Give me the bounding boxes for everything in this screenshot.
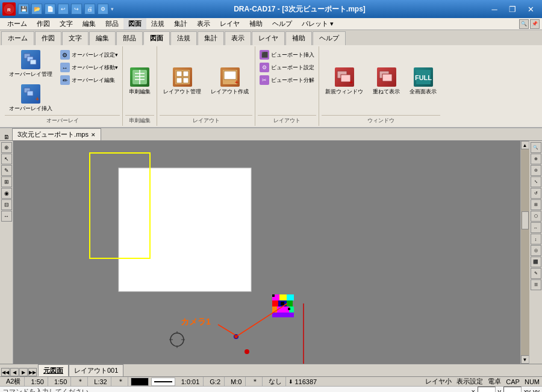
layout-manage-button[interactable]: レイアウト管理 xyxy=(160,65,205,98)
viewport-settings-icon: ⚙ xyxy=(260,63,269,72)
right-tool-1[interactable]: 🔍 xyxy=(531,142,541,153)
ribbon-tab-draw[interactable]: 作図 xyxy=(35,31,61,45)
qat-print[interactable]: 🖨 xyxy=(84,4,95,14)
overlay-settings-icon: ⚙ xyxy=(60,50,70,60)
cmd-input[interactable] xyxy=(91,388,472,392)
status-star: ＊ xyxy=(73,377,88,386)
overlay-manage-button[interactable]: オーバーレイ管理 xyxy=(5,48,56,81)
menu-pin[interactable]: 📌 xyxy=(530,19,540,29)
left-tool-7[interactable]: ↔ xyxy=(1,211,12,222)
sheet-nav-first[interactable]: ◀◀ xyxy=(1,368,10,376)
svg-rect-6 xyxy=(27,91,33,96)
minimize-button[interactable]: ─ xyxy=(485,0,503,18)
left-tool-5[interactable]: ◉ xyxy=(1,188,12,199)
left-tool-4[interactable]: ⊞ xyxy=(1,176,12,187)
menu-total[interactable]: 集計 xyxy=(169,18,192,30)
ribbon-tab-drawing[interactable]: 図面 xyxy=(143,31,170,45)
menu-text[interactable]: 文字 xyxy=(55,18,78,30)
overlay-edit-button[interactable]: ✏ オーバーレイ編集 xyxy=(58,74,120,86)
ribbon-tab-assist[interactable]: 補助 xyxy=(285,31,312,45)
svg-rect-16 xyxy=(176,78,182,83)
menu-parts[interactable]: 部品 xyxy=(101,18,123,30)
right-tool-2[interactable]: ⊕ xyxy=(531,154,541,164)
qat-open[interactable]: 📂 xyxy=(31,4,42,14)
overlay-settings-button[interactable]: ⚙ オーバーレイ設定▾ xyxy=(58,49,120,61)
right-tool-11[interactable]: ⬛ xyxy=(531,257,541,267)
fullscreen-button[interactable]: FULL 全画面表示 xyxy=(406,65,440,98)
ribbon-tab-parts[interactable]: 部品 xyxy=(116,31,143,45)
qat-settings[interactable]: ⚙ xyxy=(98,4,108,14)
drawing-area[interactable]: カメラ1 カメラ2 xyxy=(13,141,520,364)
status-nashi: なし xyxy=(265,377,286,386)
right-tool-3[interactable]: ⊖ xyxy=(531,165,541,176)
right-tool-7[interactable]: ⬡ xyxy=(531,211,541,222)
sheet-nav-prev[interactable]: ◀ xyxy=(10,368,19,376)
cascade-window-button[interactable]: 重ねて表示 xyxy=(369,65,403,98)
qat-save[interactable]: 💾 xyxy=(18,4,29,14)
sheet-nav-next[interactable]: ▶ xyxy=(19,368,28,376)
ribbon-tab-help[interactable]: ヘルプ xyxy=(313,31,346,45)
left-tool-3[interactable]: ✎ xyxy=(1,165,12,176)
right-tool-5[interactable]: ↺ xyxy=(531,188,541,199)
serial-edit-button[interactable]: 串刺編集 xyxy=(125,65,154,98)
right-tool-12[interactable]: ✎ xyxy=(531,268,541,279)
right-tool-13[interactable]: ☰ xyxy=(531,279,541,290)
ribbon-tab-view[interactable]: 表示 xyxy=(225,31,251,45)
svg-rect-15 xyxy=(183,71,188,76)
menu-palette[interactable]: パレット ▾ xyxy=(297,18,338,30)
menu-help[interactable]: ヘルプ xyxy=(267,18,297,30)
sheet-tab-layout001[interactable]: レイアウト001 xyxy=(69,364,123,376)
menu-edit[interactable]: 編集 xyxy=(78,18,101,30)
svg-rect-25 xyxy=(382,74,392,81)
ribbon-tab-text[interactable]: 文字 xyxy=(62,31,89,45)
cmd-y-input[interactable] xyxy=(503,387,522,392)
menu-layer[interactable]: レイヤ xyxy=(215,18,245,30)
menu-view[interactable]: 表示 xyxy=(192,18,215,30)
right-tool-8[interactable]: ↔ xyxy=(531,222,541,233)
menu-assist[interactable]: 補助 xyxy=(245,18,267,30)
restore-button[interactable]: ❐ xyxy=(503,0,522,18)
scroll-down[interactable]: ▼ xyxy=(521,355,529,364)
left-tool-6[interactable]: ⊟ xyxy=(1,199,12,210)
fullscreen-icon: FULL xyxy=(414,67,433,87)
menu-draw[interactable]: 作図 xyxy=(32,18,55,30)
ribbon-tab-total[interactable]: 集計 xyxy=(198,31,224,45)
doc-tab-close[interactable]: ✕ xyxy=(91,132,96,138)
right-tool-10[interactable]: ◎ xyxy=(531,245,541,256)
scroll-thumb[interactable] xyxy=(522,211,529,229)
right-tool-4[interactable]: ⤡ xyxy=(531,176,541,187)
ribbon-tab-home[interactable]: ホーム xyxy=(1,31,34,45)
qat-new[interactable]: 📄 xyxy=(45,4,55,14)
qat-undo[interactable]: ↩ xyxy=(58,4,69,14)
status-grid: G:2 xyxy=(206,377,225,386)
right-tool-9[interactable]: ↕ xyxy=(531,234,541,244)
scroll-track[interactable] xyxy=(521,149,529,355)
status-color-box xyxy=(131,378,149,386)
viewport-decompose-button[interactable]: ✂ ビューポート分解 xyxy=(258,74,316,86)
sheet-nav-last[interactable]: ▶▶ xyxy=(28,368,37,376)
new-window-button[interactable]: + 新規ウィンドウ xyxy=(322,65,367,98)
sheet-tab-main[interactable]: 元図面 xyxy=(38,364,69,376)
ribbon-tab-layer[interactable]: レイヤ xyxy=(252,31,285,45)
right-tool-6[interactable]: ⊞ xyxy=(531,199,541,210)
viewport-insert-button[interactable]: ⬛ ビューポート挿入 xyxy=(258,49,316,61)
qat-redo[interactable]: ↪ xyxy=(71,4,82,14)
ribbon-tab-regulation[interactable]: 法規 xyxy=(170,31,197,45)
menu-regulation[interactable]: 法規 xyxy=(146,18,169,30)
left-tool-2[interactable]: ↖ xyxy=(1,154,12,164)
ribbon-tab-edit[interactable]: 編集 xyxy=(89,31,116,45)
menu-drawing[interactable]: 図面 xyxy=(123,18,146,30)
cmd-x-input[interactable] xyxy=(478,387,496,392)
viewport-settings-button[interactable]: ⚙ ビューポート設定 xyxy=(258,61,316,73)
menu-search[interactable]: 🔍 xyxy=(519,19,529,29)
left-tool-1[interactable]: ⊕ xyxy=(1,142,12,153)
overlay-insert-button[interactable]: + オーバーレイ挿入 xyxy=(5,82,56,115)
menu-home[interactable]: ホーム xyxy=(2,18,32,30)
doc-tab-main[interactable]: 3次元ビューポート.mps ✕ xyxy=(12,128,101,140)
scroll-up[interactable]: ▲ xyxy=(521,141,529,149)
window-group-label: ウィンドウ xyxy=(322,115,440,125)
layout-create-button[interactable]: + レイアウト作成 xyxy=(207,65,252,98)
overlay-move-button[interactable]: ↔ オーバーレイ移動▾ xyxy=(58,61,120,73)
right-toolbar: 🔍 ⊕ ⊖ ⤡ ↺ ⊞ ⬡ ↔ ↕ ◎ ⬛ ✎ ☰ xyxy=(529,141,542,364)
close-button[interactable]: ✕ xyxy=(522,0,540,18)
